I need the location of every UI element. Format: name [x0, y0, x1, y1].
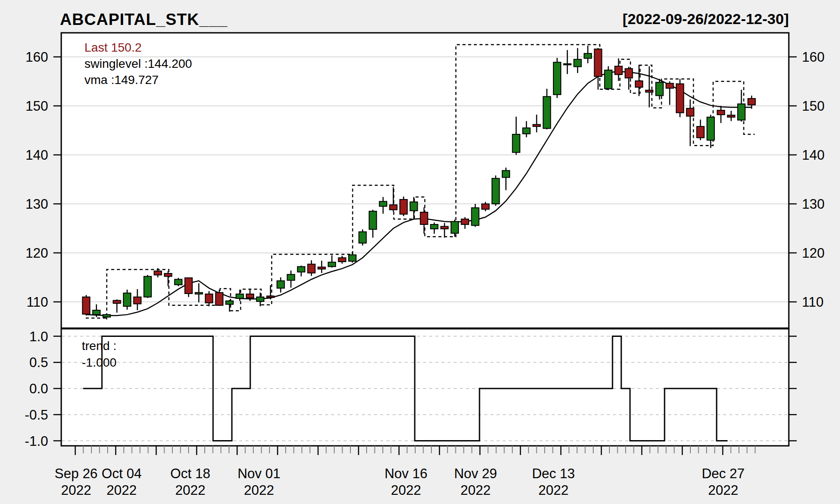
price-axis-label-left: 110 — [27, 294, 48, 310]
candle-down — [676, 84, 684, 113]
price-axis-label-left: 160 — [25, 49, 48, 65]
candle-up — [605, 70, 612, 89]
candle-down — [748, 98, 756, 105]
candle-down — [728, 115, 735, 117]
trend-axis-label: -0.5 — [25, 407, 48, 423]
candle-up — [512, 134, 520, 152]
trend-value-label: -1.000 — [82, 354, 116, 371]
candle-up — [349, 255, 356, 261]
candle-down — [390, 205, 397, 210]
date-label-year: 2022 — [539, 483, 569, 498]
candle-down — [185, 278, 192, 294]
candle-up — [93, 310, 100, 315]
candle-down — [318, 267, 326, 269]
candle-up — [410, 202, 417, 211]
candle-up — [430, 224, 438, 229]
date-range-label: [2022-09-26/2022-12-30] — [623, 10, 789, 28]
price-axis-label-right: 150 — [802, 98, 825, 114]
candle-up — [564, 64, 571, 65]
date-label-year: 2022 — [61, 483, 91, 498]
candle-down — [441, 227, 448, 229]
candle-down — [625, 69, 633, 78]
last-price-label: Last 150.2 — [84, 39, 192, 56]
candle-down — [533, 125, 540, 126]
date-label-month-day: Nov 16 — [385, 466, 427, 481]
trend-panel — [61, 329, 789, 446]
date-label-month-day: Oct 18 — [170, 466, 210, 481]
candle-up — [451, 221, 458, 233]
swinglevel-label: swinglevel :144.200 — [84, 56, 192, 72]
candle-down — [615, 66, 622, 74]
candle-down — [697, 126, 704, 138]
candle-down — [635, 81, 643, 88]
candle-up — [123, 293, 131, 306]
candle-up — [298, 266, 305, 272]
trend-label: trend : — [82, 338, 116, 354]
trend-axis-label: 0.0 — [29, 381, 48, 396]
candle-up — [236, 294, 244, 298]
price-axis-label-right: 130 — [802, 196, 825, 212]
candle-down — [420, 212, 428, 224]
candle-down — [686, 108, 694, 116]
date-label-month-day: Sep 26 — [55, 466, 98, 481]
price-axis-label-left: 150 — [25, 98, 48, 114]
price-axis-label-right: 160 — [802, 49, 825, 65]
date-label-year: 2022 — [461, 483, 491, 498]
price-axis-label-right: 140 — [802, 147, 825, 163]
trend-legend: trend : -1.000 — [82, 338, 116, 371]
candle-up — [656, 82, 663, 95]
candle-down — [113, 301, 121, 304]
price-axis-label-left: 130 — [25, 196, 48, 212]
date-label-month-day: Dec 13 — [532, 466, 575, 481]
candle-up — [195, 293, 203, 294]
candle-up — [277, 281, 284, 288]
date-label-year: 2022 — [708, 483, 738, 498]
date-label-month-day: Oct 04 — [102, 466, 141, 481]
date-label-month-day: Nov 29 — [454, 466, 497, 481]
candle-down — [134, 297, 141, 304]
candle-up — [707, 117, 714, 140]
candle-up — [144, 276, 151, 297]
candle-down — [482, 204, 489, 209]
candle-up — [502, 171, 510, 178]
candle-down — [205, 294, 213, 303]
candle-down — [717, 110, 724, 115]
indicator-legend: Last 150.2 swinglevel :144.200 vma :149.… — [84, 39, 192, 88]
candle-down — [339, 258, 346, 262]
candle-up — [226, 301, 233, 304]
candle-down — [646, 90, 653, 92]
price-axis-label-left: 140 — [25, 147, 48, 163]
candle-down — [154, 271, 161, 275]
candle-up — [523, 128, 530, 133]
trend-axis-label: -1.0 — [25, 434, 48, 449]
candle-down — [267, 296, 274, 298]
candle-down — [216, 293, 223, 305]
date-label-year: 2022 — [175, 483, 206, 498]
candle-up — [369, 211, 377, 229]
price-axis-label-right: 110 — [802, 294, 823, 310]
candle-up — [359, 232, 366, 243]
date-label-year: 2022 — [244, 483, 274, 498]
date-label-year: 2022 — [391, 483, 421, 498]
candle-up — [738, 104, 745, 120]
chart-window: 1601601501501401401301301201201101101.00… — [0, 0, 840, 504]
candle-up — [492, 178, 500, 204]
candle-up — [379, 201, 387, 206]
candle-down — [666, 83, 673, 88]
candle-up — [574, 60, 581, 67]
trend-axis-label: 0.5 — [29, 355, 48, 370]
candle-up — [584, 53, 592, 58]
date-label-month-day: Dec 27 — [702, 466, 745, 481]
candle-up — [103, 315, 110, 317]
price-axis-label-right: 120 — [802, 245, 825, 261]
candle-up — [287, 274, 295, 280]
trend-axis-label: 1.0 — [29, 329, 48, 344]
page-title: ABCAPITAL_STK___ — [60, 10, 228, 29]
candle-down — [595, 49, 602, 77]
candle-up — [328, 262, 336, 266]
candle-up — [543, 97, 551, 129]
vma-label: vma :149.727 — [84, 72, 192, 88]
candle-down — [400, 200, 407, 214]
candle-down — [246, 294, 254, 298]
date-label-month-day: Nov 01 — [238, 466, 280, 481]
